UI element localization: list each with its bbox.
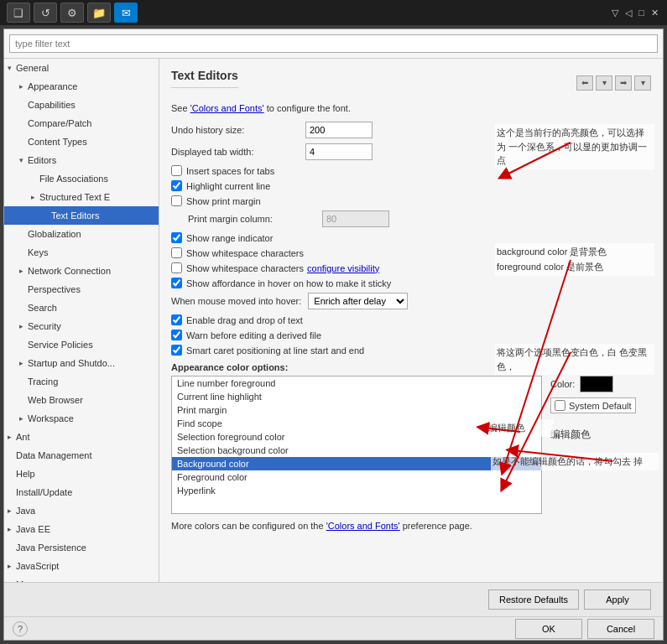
nav-menu-btn[interactable]: ▾ — [634, 75, 651, 91]
sidebar-item-content_types[interactable]: Content Types — [4, 132, 159, 151]
sidebar-item-file_associations[interactable]: File Associations — [4, 169, 159, 188]
sidebar-item-compare_patch[interactable]: Compare/Patch — [4, 114, 159, 132]
ok-btn[interactable]: OK — [515, 619, 582, 639]
search-bar — [4, 29, 663, 59]
color-row: Color: — [550, 376, 651, 392]
sidebar-item-web_browser[interactable]: Web Browser — [4, 391, 159, 409]
annotation-note5-text: 如果不能编辑颜色的话，将勾勾去 掉 — [491, 453, 659, 470]
dialog-footer: Restore Defaults Apply — [4, 582, 663, 616]
color-list-item-2[interactable]: Print margin — [172, 403, 541, 417]
checkbox-warn_derived[interactable] — [171, 330, 182, 340]
color-list-item-8[interactable]: Hyperlink — [172, 484, 541, 497]
sidebar-item-java_ee[interactable]: Java EE — [4, 520, 159, 538]
tree-label-file_associations: File Associations — [39, 174, 108, 184]
apply-btn[interactable]: Apply — [584, 589, 651, 610]
checkbox-enable_drag[interactable] — [171, 314, 182, 325]
color-list-item-0[interactable]: Line number foreground — [172, 377, 541, 390]
checkbox-show_range[interactable] — [171, 232, 182, 243]
checkbox-row-enable_drag: Enable drag and drop of text — [171, 314, 651, 325]
tree-arrow-security — [19, 322, 28, 330]
tree-arrow-ant — [8, 433, 16, 441]
help-icon[interactable]: ? — [13, 621, 28, 636]
annotation-note3-text: 将这两个选项黑色变白色，白 色变黑色， — [495, 344, 654, 375]
sidebar-item-install_update[interactable]: Install/Update — [4, 483, 159, 501]
print-margin-input[interactable] — [322, 210, 389, 227]
sidebar-item-appearance[interactable]: Appearance — [4, 77, 159, 96]
sidebar-item-maven[interactable]: Maven — [4, 575, 159, 582]
color-list-item-4[interactable]: Selection foreground color — [172, 430, 541, 444]
color-list-item-6[interactable]: Background color — [172, 457, 541, 470]
sidebar-item-editors[interactable]: Editors — [4, 151, 159, 169]
checkbox-highlight_line[interactable] — [171, 180, 182, 191]
tree-arrow-workspace — [19, 414, 28, 423]
folder-btn[interactable]: 📁 — [87, 3, 111, 23]
sidebar-item-java[interactable]: Java — [4, 501, 159, 520]
checkbox-show_affordance[interactable] — [171, 278, 182, 288]
checkbox-row-show_range: Show range indicator — [171, 232, 651, 243]
color-swatch[interactable] — [580, 376, 613, 392]
sidebar-item-help[interactable]: Help — [4, 465, 159, 483]
sidebar-item-keys[interactable]: Keys — [4, 243, 159, 262]
sidebar-item-service_policies[interactable]: Service Policies — [4, 335, 159, 354]
whitespace-checkbox[interactable] — [171, 262, 182, 273]
color-list-box[interactable]: Line number foregroundCurrent line highl… — [171, 376, 542, 514]
sidebar-item-perspectives[interactable]: Perspectives — [4, 280, 159, 299]
sidebar-item-workspace[interactable]: Workspace — [4, 409, 159, 428]
color-list-item-7[interactable]: Foreground color — [172, 470, 541, 484]
sidebar-item-java_persistence[interactable]: Java Persistence — [4, 538, 159, 557]
checkbox-show_print[interactable] — [171, 195, 182, 206]
sidebar-item-data_management[interactable]: Data Management — [4, 446, 159, 465]
sidebar-item-text_editors[interactable]: Text Editors — [4, 206, 159, 225]
color-list-item-3[interactable]: Find scope — [172, 417, 541, 430]
restore-defaults-btn[interactable]: Restore Defaults — [488, 589, 579, 610]
tree-label-workspace: Workspace — [28, 413, 74, 423]
undo-label: Undo history size: — [171, 125, 305, 135]
annotation-note4-text: 编辑颜色 — [487, 419, 554, 437]
sidebar-item-tracing[interactable]: Tracing — [4, 372, 159, 391]
color-list-item-5[interactable]: Selection background color — [172, 444, 541, 457]
cancel-btn[interactable]: Cancel — [587, 619, 654, 639]
sidebar-item-globalization[interactable]: Globalization — [4, 225, 159, 243]
sidebar-item-capabilities[interactable]: Capabilities — [4, 96, 159, 114]
titlebar-right: ▽ ◁ □ ✕ — [610, 8, 660, 18]
settings-btn[interactable]: ⚙ — [60, 3, 84, 23]
checkbox-insert_spaces[interactable] — [171, 165, 182, 176]
tree-arrow-startup_shutdown — [19, 359, 28, 367]
sidebar-item-startup_shutdown[interactable]: Startup and Shutdo... — [4, 354, 159, 372]
search-input[interactable] — [9, 34, 658, 53]
titlebar: ❑ ↺ ⚙ 📁 ✉ ▽ ◁ □ ✕ — [0, 0, 667, 25]
checkbox-show_whitespace[interactable] — [171, 247, 182, 258]
tree-arrow-appearance — [19, 82, 28, 91]
sidebar-item-general[interactable]: General — [4, 59, 159, 77]
configure-visibility-link[interactable]: configure visibility — [307, 263, 379, 273]
nav-forward-btn[interactable]: ➡ — [615, 75, 632, 91]
window-btn[interactable]: ❑ — [7, 3, 30, 23]
sidebar-item-security[interactable]: Security — [4, 317, 159, 335]
undo-input[interactable] — [305, 122, 373, 138]
tree-label-java: Java — [16, 506, 35, 516]
tree-label-keys: Keys — [28, 247, 48, 257]
tab-input[interactable] — [305, 143, 373, 160]
hover-select[interactable]: Enrich after delay Enrich immediately Ne… — [308, 293, 408, 309]
checkbox-row-highlight_line: Highlight current line — [171, 180, 651, 191]
refresh-btn[interactable]: ↺ — [34, 3, 57, 23]
appearance-section: Appearance color options: Line number fo… — [171, 362, 651, 514]
checkbox-smart_caret[interactable] — [171, 345, 182, 356]
dialog-body: GeneralAppearanceCapabilitiesCompare/Pat… — [4, 59, 663, 582]
tree-arrow-javascript — [8, 562, 16, 570]
nav-back-btn[interactable]: ⬅ — [576, 75, 593, 91]
sidebar-item-javascript[interactable]: JavaScript — [4, 557, 159, 575]
sidebar-item-structured_text[interactable]: Structured Text E — [4, 188, 159, 206]
sidebar-item-ant[interactable]: Ant — [4, 428, 159, 446]
color-list-item-1[interactable]: Current line highlight — [172, 390, 541, 403]
sidebar-item-search[interactable]: Search — [4, 299, 159, 317]
colors-fonts-link-bottom[interactable]: 'Colors and Fonts' — [326, 521, 400, 531]
system-default-checkbox[interactable] — [555, 400, 565, 411]
nav-dropdown-btn[interactable]: ▾ — [596, 75, 612, 91]
sidebar-item-network_connection[interactable]: Network Connection — [4, 262, 159, 280]
mail-btn[interactable]: ✉ — [114, 3, 138, 23]
colors-fonts-link-top[interactable]: 'Colors and Fonts' — [190, 103, 264, 113]
system-default-btn[interactable]: System Default — [550, 397, 636, 413]
tree-label-editors: Editors — [28, 155, 56, 165]
checkbox-row-show_affordance: Show affordance in hover on how to make … — [171, 278, 651, 288]
